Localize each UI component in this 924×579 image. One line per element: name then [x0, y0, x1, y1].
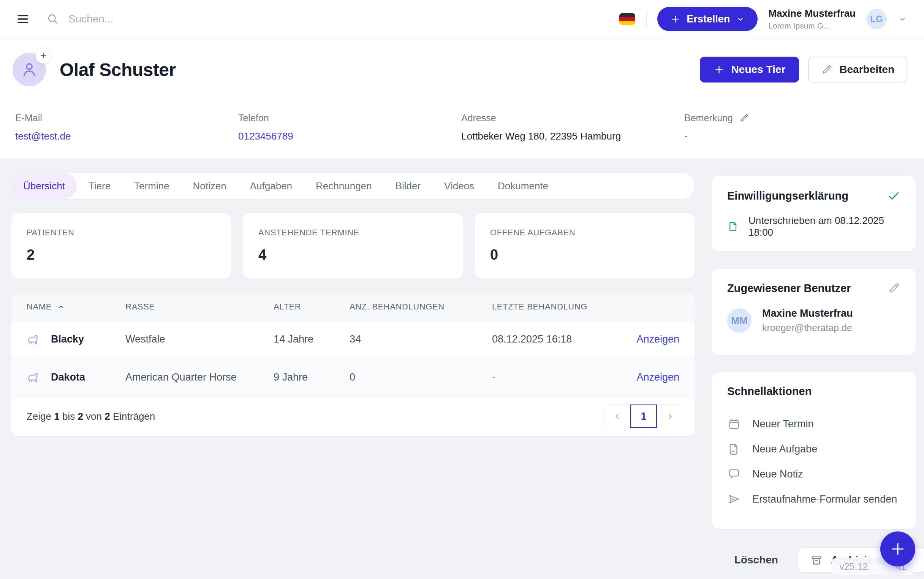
- quick-action-label: Neuer Termin: [752, 418, 814, 430]
- animal-last-treatment: -: [492, 371, 629, 383]
- send-icon: [727, 492, 741, 506]
- search-icon: [46, 13, 59, 26]
- fab-add-button[interactable]: [880, 532, 915, 566]
- entries-summary: Zeige 1 bis 2 von 2 Einträgen: [27, 411, 155, 422]
- plus-icon: [890, 541, 906, 557]
- animal-name: Blacky: [51, 334, 84, 345]
- left-column: Übersicht Tiere Termine Notizen Aufgaben…: [11, 173, 694, 579]
- assigned-user-email: kroeger@theratap.de: [762, 322, 853, 334]
- email-link[interactable]: test@test.de: [15, 131, 71, 142]
- main-content: Übersicht Tiere Termine Notizen Aufgaben…: [0, 152, 924, 579]
- consent-signed-row[interactable]: Unterschrieben am 08.12.2025 18:00: [727, 215, 900, 238]
- animal-treatments: 34: [350, 334, 492, 345]
- pagination: 1: [604, 404, 683, 428]
- client-avatar: [13, 53, 46, 86]
- global-search: [46, 13, 605, 26]
- contact-note: Bemerkung -: [684, 113, 907, 142]
- stat-label: ANSTEHENDE TERMINE: [258, 228, 448, 237]
- table-row-dakota[interactable]: Dakota American Quarter Horse 9 Jahre 0 …: [11, 358, 694, 396]
- user-avatar[interactable]: LG: [866, 9, 887, 29]
- column-header-alter: ALTER: [274, 302, 350, 312]
- animal-breed: American Quarter Horse: [125, 371, 274, 383]
- hamburger-menu-button[interactable]: [14, 10, 32, 28]
- contact-phone: Telefon 0123456789: [238, 113, 461, 142]
- language-flag-german[interactable]: [619, 13, 635, 25]
- consent-card: Einwilligungserklärung Unterschrieben am…: [712, 176, 916, 251]
- contact-info: E-Mail test@test.de Telefon 0123456789 A…: [0, 101, 924, 158]
- archive-box-icon: [810, 553, 823, 567]
- show-animal-link[interactable]: Anzeigen: [636, 334, 680, 345]
- tab-videos[interactable]: Videos: [432, 173, 486, 199]
- phone-link[interactable]: 0123456789: [238, 131, 293, 142]
- version-prefix: v25.12.: [839, 561, 870, 572]
- stat-label: PATIENTEN: [27, 228, 216, 237]
- animal-age: 9 Jahre: [274, 371, 350, 383]
- email-label: E-Mail: [15, 113, 238, 124]
- plus-icon: [670, 14, 680, 25]
- client-header-row: Olaf Schuster Neues Tier Bearbeiten: [0, 38, 924, 101]
- header-actions: Neues Tier Bearbeiten: [700, 57, 907, 82]
- topbar-right: Erstellen Maxine Musterfrau Lorem Ipsum …: [619, 7, 907, 31]
- contact-address: Adresse Lottbeker Weg 180, 22395 Hamburg: [461, 113, 684, 142]
- consent-signed-text: Unterschrieben am 08.12.2025 18:00: [748, 215, 900, 238]
- assigned-user-name: Maxine Musterfrau: [762, 307, 853, 319]
- tab-notizen[interactable]: Notizen: [181, 173, 238, 199]
- tab-tiere[interactable]: Tiere: [77, 173, 122, 199]
- tab-bilder[interactable]: Bilder: [384, 173, 432, 199]
- quick-action-new-appointment[interactable]: Neuer Termin: [727, 411, 900, 437]
- page-title: Olaf Schuster: [60, 59, 176, 80]
- new-animal-button[interactable]: Neues Tier: [700, 57, 799, 82]
- edit-assigned-user-pencil-icon[interactable]: [888, 282, 900, 294]
- quick-action-new-note[interactable]: Neue Notiz: [727, 461, 900, 487]
- tabs-bar: Übersicht Tiere Termine Notizen Aufgaben…: [11, 173, 694, 199]
- hamburger-menu-icon: [16, 12, 29, 26]
- create-button[interactable]: Erstellen: [657, 7, 758, 31]
- quick-actions-list: Neuer Termin Neue Aufgabe Neue Notiz: [727, 411, 900, 516]
- stat-label: OFFENE AUFGABEN: [490, 228, 680, 237]
- edit-note-pencil-icon[interactable]: [739, 113, 749, 123]
- plus-icon: [39, 51, 47, 60]
- chevron-right-icon: [665, 411, 675, 421]
- address-label: Adresse: [461, 113, 684, 124]
- pagination-page-1[interactable]: 1: [630, 404, 657, 428]
- note-value: -: [684, 131, 907, 142]
- sort-ascending-icon: [57, 303, 65, 311]
- tab-uebersicht[interactable]: Übersicht: [11, 173, 77, 199]
- assigned-user-card: Zugewiesener Benutzer MM Maxine Musterfr…: [712, 269, 916, 355]
- tab-dokumente[interactable]: Dokumente: [486, 173, 560, 199]
- delete-client-button[interactable]: Löschen: [732, 553, 781, 566]
- upload-photo-button[interactable]: [35, 47, 51, 64]
- horse-icon: [27, 332, 41, 347]
- quick-action-new-task[interactable]: Neue Aufgabe: [727, 437, 900, 461]
- pagination-prev-button[interactable]: [605, 405, 630, 428]
- column-header-name[interactable]: NAME: [27, 302, 125, 312]
- table-row-blacky[interactable]: Blacky Westfale 14 Jahre 34 08.12.2025 1…: [11, 321, 694, 358]
- table-header-row: NAME RASSE ALTER ANZ. BEHANDLUNGEN LETZT…: [11, 293, 694, 321]
- quick-action-label: Neue Notiz: [752, 468, 803, 480]
- tab-aufgaben[interactable]: Aufgaben: [238, 173, 304, 199]
- flag-stripe-black: [619, 13, 635, 17]
- quick-action-send-intake-form[interactable]: Erstaufnahme-Formular senden: [727, 487, 900, 512]
- search-input[interactable]: [68, 13, 334, 26]
- animal-age: 14 Jahre: [274, 334, 350, 345]
- stat-value: 0: [490, 247, 680, 263]
- document-icon: [727, 221, 739, 233]
- chevron-down-icon: [736, 15, 745, 24]
- show-animal-link[interactable]: Anzeigen: [636, 371, 680, 383]
- table-footer: Zeige 1 bis 2 von 2 Einträgen 1: [11, 396, 694, 436]
- flag-stripe-gold: [619, 21, 635, 25]
- tab-termine[interactable]: Termine: [122, 173, 181, 199]
- user-menu-chevron-down-icon[interactable]: [897, 14, 907, 24]
- animal-breed: Westfale: [125, 334, 274, 345]
- user-menu[interactable]: Maxine Musterfrau Lorem Ipsum G...: [768, 8, 856, 30]
- column-header-letzte-behandlung: LETZTE BEHANDLUNG: [492, 302, 629, 312]
- stat-cards: PATIENTEN 2 ANSTEHENDE TERMINE 4 OFFENE …: [11, 213, 694, 279]
- task-icon: [727, 442, 741, 456]
- flag-stripe-red: [619, 17, 635, 21]
- edit-client-button[interactable]: Bearbeiten: [808, 57, 907, 82]
- tab-rechnungen[interactable]: Rechnungen: [304, 173, 383, 199]
- phone-label: Telefon: [238, 113, 461, 124]
- assigned-user-title: Zugewiesener Benutzer: [727, 282, 851, 294]
- pagination-next-button[interactable]: [657, 405, 683, 428]
- user-name: Maxine Musterfrau: [768, 8, 856, 20]
